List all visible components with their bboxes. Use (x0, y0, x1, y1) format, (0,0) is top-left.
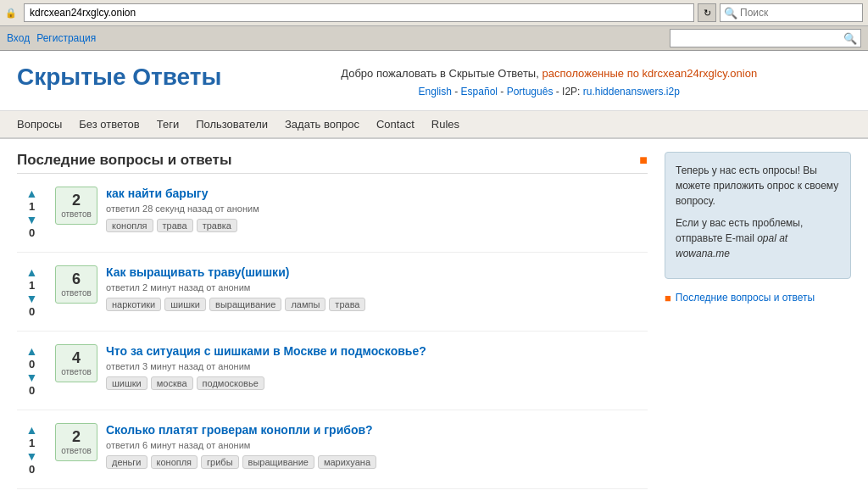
browser-nav-row: Вход Регистрация 🔍 (0, 26, 868, 50)
main-layout: Последние вопросы и ответы ■ ▲ 1 ▼ 0 2 о… (0, 139, 868, 496)
nav-search-input[interactable] (674, 32, 843, 44)
vote-count-up-4: 1 (29, 437, 35, 449)
question-tags-1: конопля трава травка (106, 219, 648, 232)
answer-box-1: 2 ответов (55, 187, 97, 225)
vote-count-down-1: 0 (29, 226, 35, 239)
browser-search-input[interactable] (740, 7, 859, 19)
question-body-4: Сколько платят гроверам конопли и грибов… (106, 423, 648, 469)
tag[interactable]: москва (151, 376, 193, 390)
question-tags-2: наркотики шишки выращивание лампы трава (106, 298, 648, 311)
lang-i2p-label: I2P: (562, 86, 583, 98)
question-meta-2: ответил 2 минут назад от аноним (106, 282, 648, 293)
tag[interactable]: выращивание (209, 298, 281, 311)
nav-search-button[interactable]: 🔍 (843, 32, 857, 45)
tag[interactable]: конопля (151, 455, 198, 469)
nav-unanswered[interactable]: Без ответов (79, 118, 139, 131)
tag[interactable]: марихуана (318, 455, 376, 469)
question-title-4[interactable]: Сколько платят гроверам конопли и грибов… (106, 423, 648, 437)
top-navigation: Вопросы Без ответов Теги Пользователи За… (0, 111, 868, 139)
vote-down-4[interactable]: ▼ (26, 449, 38, 463)
tag[interactable]: конопля (106, 219, 153, 232)
section-title: Последние вопросы и ответы (17, 152, 231, 169)
tag[interactable]: трава (329, 298, 365, 311)
vote-count-up-3: 0 (29, 358, 35, 371)
tag[interactable]: трава (157, 219, 193, 232)
address-bar[interactable] (24, 3, 694, 22)
sidebar-notice-text2: Если у вас есть проблемы, отправьте E-ma… (676, 215, 840, 261)
nav-link-register[interactable]: Регистрация (36, 32, 96, 44)
nav-rules[interactable]: Rules (431, 118, 459, 131)
question-title-2[interactable]: Как выращивать траву(шишки) (106, 265, 648, 279)
question-item: ▲ 0 ▼ 0 4 ответов Что за ситуация с шишк… (17, 344, 648, 410)
vote-count-up-2: 1 (29, 279, 35, 292)
question-body-2: Как выращивать траву(шишки) ответил 2 ми… (106, 265, 648, 311)
lang-i2p-link[interactable]: ru.hiddenanswers.i2p (583, 86, 680, 98)
lang-portuguese[interactable]: Português (507, 86, 554, 98)
nav-questions[interactable]: Вопросы (17, 118, 62, 131)
vote-up-2[interactable]: ▲ (26, 265, 38, 279)
question-meta-1: ответил 28 секунд назад от аноним (106, 203, 648, 214)
tag[interactable]: наркотики (106, 298, 161, 311)
lang-spanish[interactable]: Español (461, 86, 498, 98)
question-meta-3: ответил 3 минут назад от аноним (106, 361, 648, 371)
answer-label-2: ответов (61, 288, 92, 298)
vote-up-3[interactable]: ▲ (26, 344, 38, 358)
question-title-3[interactable]: Что за ситуация с шишками в Москве и под… (106, 344, 648, 358)
question-tags-4: деньги конопля грибы выращивание марихуа… (106, 455, 648, 469)
question-tags-3: шишки москва подмосковье (106, 376, 648, 390)
vote-box-2: ▲ 1 ▼ 0 (17, 265, 47, 318)
lang-sep-2: - (500, 86, 506, 98)
lang-sep-3: - (556, 86, 562, 98)
question-body-1: как найти барыгу ответил 28 секунд назад… (106, 187, 648, 232)
tag[interactable]: шишки (106, 376, 147, 390)
vote-down-3[interactable]: ▼ (26, 371, 38, 384)
answer-box-3: 4 ответов (55, 344, 97, 382)
section-header: Последние вопросы и ответы ■ (17, 152, 648, 174)
answer-number-4: 2 (72, 428, 81, 446)
nav-tags[interactable]: Теги (157, 118, 179, 131)
lang-english[interactable]: English (419, 86, 452, 98)
site-header: Скрытые Ответы Добро пожаловать в Скрыты… (0, 51, 868, 111)
vote-down-2[interactable]: ▼ (26, 292, 38, 305)
tag[interactable]: шишки (164, 298, 206, 311)
search-icon-chrome: 🔍 (724, 7, 737, 20)
sidebar-rss-label: Последние вопросы и ответы (676, 292, 815, 304)
answer-number-2: 6 (72, 270, 81, 288)
sidebar-rss-link[interactable]: ■ Последние вопросы и ответы (665, 292, 851, 304)
question-item: ▲ 1 ▼ 0 2 ответов Сколько платят гровера… (17, 423, 648, 489)
vote-up-4[interactable]: ▲ (26, 423, 38, 437)
sidebar-notice-box: Теперь у нас есть опросы! Вы можете прил… (665, 152, 851, 279)
sidebar: Теперь у нас есть опросы! Вы можете прил… (665, 152, 851, 496)
answer-number-1: 2 (72, 192, 81, 209)
tag[interactable]: грибы (201, 455, 238, 469)
vote-box-1: ▲ 1 ▼ 0 (17, 187, 47, 239)
tag[interactable]: деньги (106, 455, 147, 469)
tag[interactable]: подмосковье (197, 376, 264, 390)
vote-down-1[interactable]: ▼ (26, 213, 38, 226)
nav-contact[interactable]: Contact (376, 118, 415, 131)
tagline-url: расположенные по kdrcxean24rxglcy.onion (542, 67, 757, 80)
vote-count-down-4: 0 (29, 463, 35, 476)
vote-up-1[interactable]: ▲ (26, 187, 38, 200)
nav-users[interactable]: Пользователи (196, 118, 268, 131)
rss-icon[interactable]: ■ (639, 153, 648, 168)
lang-links: English - Español - Português - I2P: ru.… (247, 83, 851, 102)
nav-ask[interactable]: Задать вопрос (285, 118, 359, 131)
page-content: Скрытые Ответы Добро пожаловать в Скрыты… (0, 51, 868, 496)
question-body-3: Что за ситуация с шишками в Москве и под… (106, 344, 648, 390)
question-meta-4: ответил 6 минут назад от аноним (106, 440, 648, 450)
tag[interactable]: лампы (285, 298, 326, 311)
tag[interactable]: выращивание (242, 455, 314, 469)
nav-link-login[interactable]: Вход (7, 32, 30, 44)
site-logo: Скрытые Ответы (17, 64, 221, 91)
tagline-start: Добро пожаловать в Скрытые Ответы, (341, 67, 539, 80)
nav-search-box: 🔍 (670, 29, 861, 47)
tag[interactable]: травка (197, 219, 237, 232)
question-title-1[interactable]: как найти барыгу (106, 187, 648, 200)
sidebar-notice-text1: Теперь у нас есть опросы! Вы можете прил… (676, 163, 840, 209)
vote-count-down-3: 0 (29, 384, 35, 397)
question-item: ▲ 1 ▼ 0 2 ответов как найти барыгу ответ… (17, 187, 648, 253)
answer-number-3: 4 (72, 349, 81, 367)
reload-button[interactable]: ↻ (698, 3, 716, 22)
answer-label-3: ответов (61, 367, 92, 376)
